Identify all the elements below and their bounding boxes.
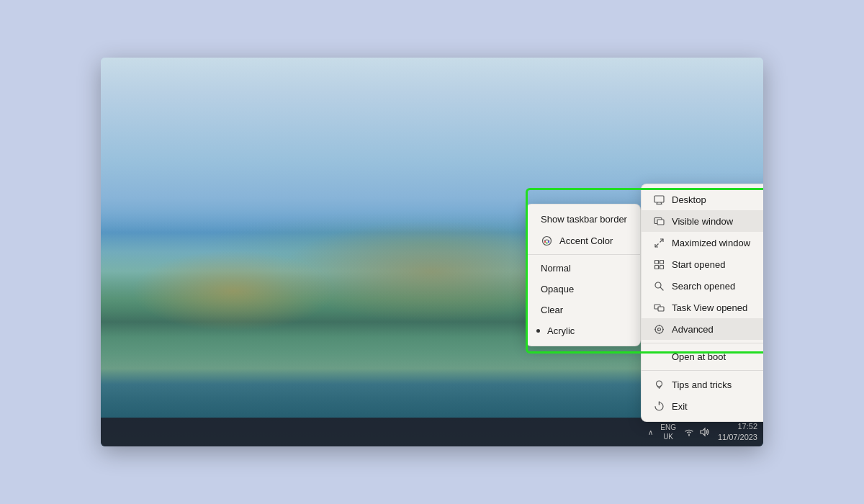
separator-main-1 — [642, 343, 763, 343]
submenu-left: Show taskbar border Accent Color — [526, 204, 641, 346]
maximized-window-icon — [653, 237, 665, 248]
svg-rect-14 — [654, 265, 658, 269]
menu-item-task-view-opened[interactable]: Task View opened › — [642, 297, 763, 318]
menu-item-desktop[interactable]: Desktop › — [642, 189, 763, 210]
svg-point-0 — [542, 236, 551, 245]
menu-item-exit[interactable]: Exit — [642, 395, 763, 417]
acrylic-label: Acrylic — [547, 325, 575, 336]
menu-item-start-opened[interactable]: Start opened › — [642, 253, 763, 275]
accent-color-icon — [541, 235, 552, 246]
advanced-label: Advanced — [672, 324, 714, 335]
svg-rect-4 — [654, 196, 664, 202]
menu-item-normal[interactable]: Normal — [526, 258, 640, 279]
svg-line-11 — [655, 243, 659, 247]
desktop-icon — [653, 194, 665, 205]
svg-point-20 — [655, 325, 663, 333]
svg-marker-29 — [701, 428, 705, 436]
system-tray-chevron[interactable]: ∧ — [648, 428, 653, 436]
menu-item-accent-color[interactable]: Accent Color — [526, 230, 640, 251]
svg-point-1 — [544, 240, 545, 242]
search-opened-icon — [653, 280, 665, 292]
search-opened-label: Search opened — [672, 281, 735, 292]
show-taskbar-border-label: Show taskbar border — [541, 214, 627, 225]
maximized-window-label: Maximized window — [672, 238, 750, 248]
menu-item-open-at-boot[interactable]: Open at boot — [642, 346, 763, 367]
svg-point-26 — [656, 381, 662, 387]
start-opened-label: Start opened — [672, 259, 725, 270]
context-menu-main: Desktop › Visible window › — [641, 184, 763, 422]
menu-item-advanced[interactable]: Advanced › — [642, 318, 763, 340]
advanced-icon — [653, 323, 665, 335]
taskbar-system-tray: ∧ ENG UK 17:52 — [648, 421, 757, 444]
exit-label: Exit — [672, 401, 688, 412]
separator-1 — [526, 254, 640, 255]
menu-item-search-opened[interactable]: Search opened › — [642, 275, 763, 297]
accent-color-label: Accent Color — [559, 235, 613, 246]
acrylic-dot — [536, 329, 540, 333]
start-opened-icon — [653, 258, 665, 270]
lang-top: ENG — [660, 423, 676, 432]
menu-item-tips[interactable]: Tips and tricks — [642, 374, 763, 395]
language-indicator: ENG UK — [660, 423, 676, 441]
opaque-label: Opaque — [541, 284, 574, 294]
menu-item-acrylic[interactable]: Acrylic — [526, 320, 640, 341]
tips-label: Tips and tricks — [672, 379, 732, 390]
volume-icon — [699, 426, 711, 438]
svg-point-2 — [547, 240, 549, 242]
menu-item-show-taskbar-border[interactable]: Show taskbar border — [526, 209, 640, 230]
clear-label: Clear — [541, 305, 563, 315]
menu-item-clear[interactable]: Clear — [526, 300, 640, 320]
taskbar: ∧ ENG UK 17:52 — [101, 418, 763, 446]
svg-rect-12 — [654, 260, 658, 264]
taskbar-time-value: 17:52 — [718, 421, 757, 432]
svg-rect-19 — [658, 307, 664, 311]
taskbar-icons — [683, 426, 711, 438]
menu-item-maximized-window[interactable]: Maximized window › — [642, 232, 763, 253]
svg-point-3 — [546, 242, 547, 243]
taskbar-date-value: 11/07/2023 — [718, 432, 757, 443]
menu-item-opaque[interactable]: Opaque — [526, 279, 640, 300]
context-menu-wrapper: Show taskbar border Accent Color — [526, 184, 763, 422]
svg-point-21 — [657, 328, 660, 330]
menu-item-visible-window[interactable]: Visible window › — [642, 210, 763, 232]
svg-rect-9 — [657, 220, 664, 225]
svg-rect-15 — [660, 265, 663, 269]
task-view-icon — [653, 302, 665, 313]
svg-rect-13 — [660, 260, 663, 264]
task-view-opened-label: Task View opened — [672, 302, 747, 313]
tips-icon — [653, 379, 665, 390]
exit-icon — [653, 400, 665, 412]
desktop-label: Desktop — [672, 194, 706, 205]
normal-label: Normal — [541, 263, 571, 274]
visible-window-label: Visible window — [672, 216, 733, 227]
open-at-boot-label: Open at boot — [672, 351, 726, 362]
screen: Show taskbar border Accent Color — [101, 58, 763, 446]
wifi-icon — [683, 426, 695, 438]
separator-main-2 — [642, 370, 763, 371]
svg-line-17 — [660, 287, 663, 290]
visible-window-icon — [653, 215, 665, 227]
svg-line-10 — [660, 239, 663, 243]
taskbar-datetime: 17:52 11/07/2023 — [718, 421, 757, 444]
lang-bottom: UK — [660, 432, 676, 441]
